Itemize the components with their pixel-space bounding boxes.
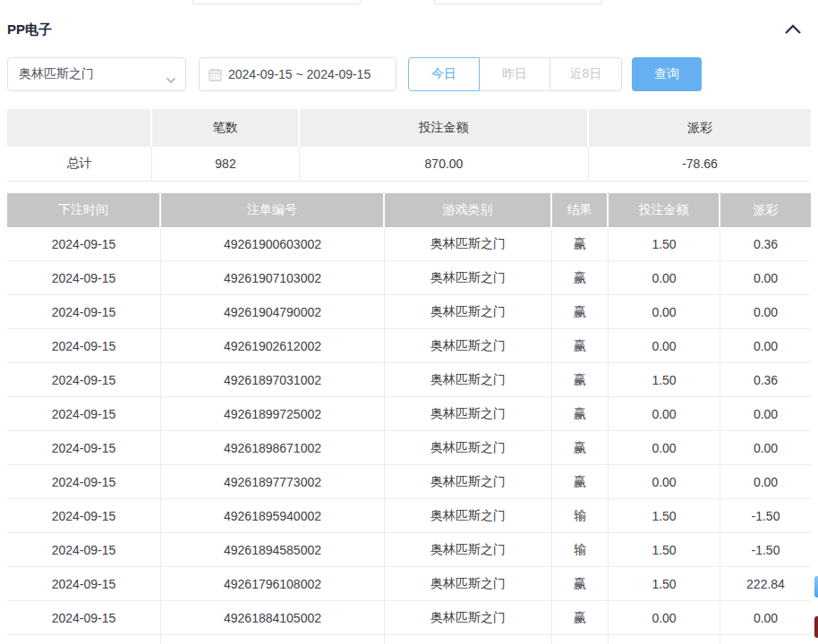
table-cell: 49261902612002 xyxy=(161,329,385,362)
quick-range-last8days-button[interactable]: 近8日 xyxy=(550,57,622,91)
table-row: 2024-09-1549261796108002奥林匹斯之门赢1.50222.8… xyxy=(7,567,811,601)
table-cell: 1.50 xyxy=(609,499,720,532)
col-header-bet-id: 注单编号 xyxy=(161,193,385,227)
col-header-bet-amount: 投注金额 xyxy=(609,193,720,227)
table-cell: 49261897031002 xyxy=(161,363,385,396)
game-select[interactable]: 奥林匹斯之门 xyxy=(7,57,186,91)
table-cell: 赢 xyxy=(552,363,609,396)
table-cell: 赢 xyxy=(552,465,609,498)
table-cell: 赢 xyxy=(552,295,609,328)
table-cell: 2024-09-15 xyxy=(7,533,161,566)
table-row: 2024-09-1549261898671002奥林匹斯之门赢0.000.00 xyxy=(7,431,811,465)
table-cell: 奥林匹斯之门 xyxy=(385,227,552,260)
col-header-payout: 派彩 xyxy=(720,193,811,227)
summary-header-blank xyxy=(7,109,152,147)
table-cell xyxy=(552,635,609,644)
table-cell: 0.00 xyxy=(609,601,720,634)
table-cell: 2024-09-15 xyxy=(7,227,161,260)
floating-widget-fragment-blue[interactable] xyxy=(814,576,818,597)
table-cell: 49261907103002 xyxy=(161,261,385,294)
search-button[interactable]: 查询 xyxy=(632,57,702,91)
table-cell: 0.00 xyxy=(609,329,720,362)
table-cell: 0.00 xyxy=(609,295,720,328)
table-row: 2024-09-1549261902612002奥林匹斯之门赢0.000.00 xyxy=(7,329,811,363)
table-cell: 2024-09-15 xyxy=(7,465,161,498)
table-row: 2024-09-1549261894585002奥林匹斯之门输1.50-1.50 xyxy=(7,533,811,567)
table-cell: 0.00 xyxy=(720,295,811,328)
truncated-input-fragment[interactable] xyxy=(434,0,602,4)
table-cell: 1.50 xyxy=(609,567,720,600)
quick-range-yesterday-button[interactable]: 昨日 xyxy=(479,57,550,91)
summary-total-bet-amount: 870.00 xyxy=(300,147,589,181)
table-cell: 奥林匹斯之门 xyxy=(385,499,552,532)
table-cell: 2024-09-15 xyxy=(7,363,161,396)
table-row: 2024-09-1549261904790002奥林匹斯之门赢0.000.00 xyxy=(7,295,811,329)
collapse-panel-button[interactable] xyxy=(780,21,805,39)
table-cell: 赢 xyxy=(552,567,609,600)
table-cell: 赢 xyxy=(552,227,609,260)
table-cell: 0.00 xyxy=(720,397,811,430)
table-cell: 输 xyxy=(552,533,609,566)
bet-table-body: 2024-09-1549261900603002奥林匹斯之门赢1.500.362… xyxy=(7,227,811,644)
summary-header-count: 笔数 xyxy=(152,109,300,147)
table-cell: 奥林匹斯之门 xyxy=(385,601,552,634)
table-cell: 奥林匹斯之门 xyxy=(385,397,552,430)
truncated-input-fragment[interactable] xyxy=(192,0,361,4)
table-cell: 0.00 xyxy=(720,431,811,464)
table-cell: 49261894585002 xyxy=(161,533,385,566)
table-cell: 奥林匹斯之门 xyxy=(385,533,552,566)
table-row xyxy=(7,635,811,644)
col-header-result: 结果 xyxy=(552,193,609,227)
summary-total-row: 总计 982 870.00 -78.66 xyxy=(7,147,811,182)
table-cell: 0.00 xyxy=(720,261,811,294)
date-range-value: 2024-09-15 ~ 2024-09-15 xyxy=(228,67,371,81)
table-row: 2024-09-1549261895940002奥林匹斯之门输1.50-1.50 xyxy=(7,499,811,533)
filter-bar: 奥林匹斯之门 2024-09-15 ~ 2024-09-15 今日 昨日 近8日… xyxy=(0,57,818,91)
chevron-up-icon xyxy=(783,23,803,38)
table-cell: 2024-09-15 xyxy=(7,397,161,430)
summary-header-payout: 派彩 xyxy=(589,109,811,147)
table-cell: 49261899725002 xyxy=(161,397,385,430)
table-cell: 49261895940002 xyxy=(161,499,385,532)
table-cell xyxy=(7,635,161,644)
table-cell: 奥林匹斯之门 xyxy=(385,431,552,464)
summary-total-label: 总计 xyxy=(7,147,152,181)
table-cell: 赢 xyxy=(552,601,609,634)
table-cell: 0.36 xyxy=(720,227,811,260)
table-cell: 奥林匹斯之门 xyxy=(385,329,552,362)
table-cell: 0.00 xyxy=(720,465,811,498)
summary-header-row: 笔数 投注金额 派彩 xyxy=(7,109,811,147)
table-cell: 奥林匹斯之门 xyxy=(385,567,552,600)
table-cell: 49261897773002 xyxy=(161,465,385,498)
table-cell: 赢 xyxy=(552,431,609,464)
quick-range-today-button[interactable]: 今日 xyxy=(408,57,480,91)
table-cell: 0.00 xyxy=(609,261,720,294)
table-cell: 2024-09-15 xyxy=(7,567,161,600)
table-row: 2024-09-1549261899725002奥林匹斯之门赢0.000.00 xyxy=(7,397,811,431)
table-cell xyxy=(720,635,811,644)
table-cell: 奥林匹斯之门 xyxy=(385,465,552,498)
date-range-input[interactable]: 2024-09-15 ~ 2024-09-15 xyxy=(199,57,396,91)
floating-widget-fragment-red[interactable] xyxy=(814,616,818,638)
table-cell: 0.36 xyxy=(720,363,811,396)
summary-total-count: 982 xyxy=(152,147,300,181)
table-cell: 2024-09-15 xyxy=(7,601,161,634)
col-header-game-category: 游戏类别 xyxy=(385,193,552,227)
table-cell xyxy=(385,635,552,644)
table-cell: 奥林匹斯之门 xyxy=(385,363,552,396)
table-row: 2024-09-1549261884105002奥林匹斯之门赢0.000.00 xyxy=(7,601,811,635)
table-row: 2024-09-1549261897773002奥林匹斯之门赢0.000.00 xyxy=(7,465,811,499)
table-cell: 49261884105002 xyxy=(161,601,385,634)
table-cell: -1.50 xyxy=(720,533,811,566)
table-cell: 49261900603002 xyxy=(161,227,385,260)
table-cell: 2024-09-15 xyxy=(7,329,161,362)
chevron-down-icon xyxy=(166,72,176,87)
table-cell: 0.00 xyxy=(720,329,811,362)
table-cell: 赢 xyxy=(552,397,609,430)
table-cell: 0.00 xyxy=(609,465,720,498)
table-cell: 输 xyxy=(552,499,609,532)
table-cell: 1.50 xyxy=(609,227,720,260)
col-header-bet-time: 下注时间 xyxy=(7,193,161,227)
table-cell: 2024-09-15 xyxy=(7,261,161,294)
game-select-value: 奥林匹斯之门 xyxy=(19,66,94,82)
